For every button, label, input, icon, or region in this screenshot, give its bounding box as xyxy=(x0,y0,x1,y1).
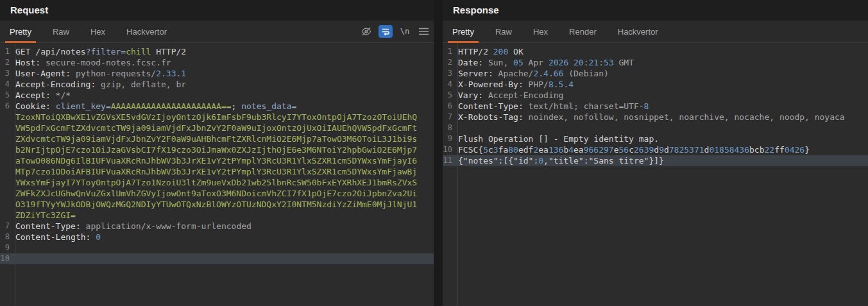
tab-pretty[interactable]: Pretty xyxy=(448,21,479,42)
line-number: 2 xyxy=(0,57,12,68)
editor-line: 8Content-Length: 0 xyxy=(0,232,434,242)
code-segment: Accept-Encoding: xyxy=(15,80,96,89)
line-number: 2 xyxy=(443,57,455,68)
editor-line: 11{"notes":[{"id":0,"title":"Sans titre"… xyxy=(443,155,868,166)
code-segment: O319fTYyYWJkODBjOWQzMGQ2NDIyYTUwOTQxNzBl… xyxy=(15,200,417,209)
line-content: X-Robots-Tag: noindex, nofollow, nosnipp… xyxy=(455,112,868,123)
code-segment: ZXdvcmtcTW9ja09iamVjdFxJbnZvY2F0aW9uAHBh… xyxy=(15,134,417,144)
code-segment: 20 xyxy=(574,58,584,67)
request-editor[interactable]: 1GET /api/notes?filter=chill HTTP/22Host… xyxy=(0,44,434,306)
line-content: GET /api/notes?filter=chill HTTP/2 xyxy=(12,46,434,57)
code-segment: GMT xyxy=(614,58,634,67)
code-segment: } xyxy=(804,145,810,155)
line-number: 1 xyxy=(0,46,12,57)
soft-wrap-toggle-button[interactable] xyxy=(379,25,393,38)
show-newlines-toggle[interactable]: \n xyxy=(398,25,411,38)
line-number: 4 xyxy=(0,79,12,90)
line-content: Accept: */* xyxy=(12,90,434,101)
code-segment: 200 xyxy=(493,47,508,56)
line-content xyxy=(455,123,868,133)
code-segment: 4 xyxy=(568,145,574,155)
editor-line: 5Accept: */* xyxy=(0,90,434,101)
code-segment: Sun, xyxy=(483,58,513,67)
code-segment: 7825371 xyxy=(669,145,704,155)
code-segment: ; xyxy=(232,101,242,111)
code-segment: edf xyxy=(518,145,533,155)
code-segment: Content-Type: xyxy=(458,101,523,111)
code-segment: 9 xyxy=(659,145,664,155)
read-only-visibility-off-icon[interactable] xyxy=(360,25,373,38)
tab-hex[interactable]: Hex xyxy=(529,21,552,42)
line-number xyxy=(0,199,12,210)
tab-raw[interactable]: Raw xyxy=(48,21,74,42)
code-segment: 1 xyxy=(181,69,186,78)
editor-line: 7Content-Type: application/x-www-form-ur… xyxy=(0,221,434,232)
code-segment: HTTP/2 xyxy=(458,47,493,56)
code-segment: text/html; charset=UTF- xyxy=(523,101,644,111)
code-segment: 8 xyxy=(549,80,554,89)
editor-line: 7X-Robots-Tag: noindex, nofollow, nosnip… xyxy=(443,112,868,123)
line-content: User-Agent: python-requests/2.33.1 xyxy=(12,68,434,79)
code-segment: bcb xyxy=(749,145,764,155)
line-number xyxy=(0,155,12,166)
code-segment: 05 xyxy=(513,58,523,67)
tab-render[interactable]: Render xyxy=(565,21,601,42)
tab-raw[interactable]: Raw xyxy=(491,21,516,42)
code-segment: 01858436 xyxy=(709,145,749,155)
line-number: 8 xyxy=(443,123,455,133)
request-panel-title: Request xyxy=(0,0,434,21)
line-number xyxy=(0,177,12,188)
code-segment: 80 xyxy=(508,145,518,155)
code-segment: YWxsYmFjayI7YToyOntpOjA7Tzo1NzoiU3ltZm9u… xyxy=(15,178,417,187)
code-segment: c xyxy=(488,145,493,155)
line-number xyxy=(0,166,12,177)
line-number: 6 xyxy=(0,101,12,112)
code-segment: X-Robots-Tag: xyxy=(458,112,523,122)
code-segment: python-requests/ xyxy=(71,69,156,78)
editor-line: 6Content-Type: text/html; charset=UTF-8 xyxy=(443,101,868,112)
code-segment: HTTP/2 xyxy=(151,47,186,56)
line-content: HTTP/2 200 OK xyxy=(455,46,868,57)
tab-pretty[interactable]: Pretty xyxy=(5,21,36,42)
code-segment: Date: xyxy=(458,58,483,67)
code-segment xyxy=(568,58,574,67)
code-segment: 2 xyxy=(156,69,161,78)
code-segment: Host: xyxy=(15,58,40,67)
burp-message-editor: Request PrettyRawHexHackvertor xyxy=(0,0,868,306)
editor-line: ZDZiYTc3ZGI= xyxy=(0,210,434,221)
response-panel: Response PrettyRawHexRenderHackvertor 1H… xyxy=(443,0,868,306)
line-content: VW5pdFxGcmFtZXdvcmtcTW9ja09iamVjdFxJbnZv… xyxy=(12,123,434,133)
line-content: ZDZiYTc3ZGI= xyxy=(12,210,434,221)
editor-line: MTp7czo1ODoiAFBIUFVuaXRcRnJhbWV3b3JrXE1v… xyxy=(0,166,434,177)
code-segment: ZDZiYTc3ZGI= xyxy=(15,210,76,220)
code-segment: VW5pdFxGcmFtZXdvcmtcTW9ja09iamVjdFxJbnZv… xyxy=(15,123,417,133)
code-segment: 5 xyxy=(483,145,488,155)
line-number: 6 xyxy=(443,101,455,112)
line-content xyxy=(12,242,434,253)
code-segment: ZWFkZXJcUGhwQnVuZGxlUmVhZGVyIjowOnt9aTox… xyxy=(15,189,417,198)
line-number xyxy=(0,210,12,221)
code-segment: . xyxy=(554,80,559,89)
tab-hex[interactable]: Hex xyxy=(86,21,110,42)
code-segment: 0 xyxy=(538,156,543,166)
code-segment: 33 xyxy=(166,69,176,78)
code-segment: client_key= xyxy=(56,101,111,111)
code-segment: ff xyxy=(774,145,785,155)
editor-menu-icon[interactable] xyxy=(417,25,430,38)
editor-line: 3Server: Apache/2.4.66 (Debian) xyxy=(443,68,868,79)
line-content: FCSC{5c3fa80edf2ea136b4ea966297e56c2639d… xyxy=(455,144,868,155)
tab-hackvertor[interactable]: Hackvertor xyxy=(613,21,663,42)
code-segment: Content-Type: xyxy=(15,221,81,231)
line-content: {"notes":[{"id":0,"title":"Sans titre"}]… xyxy=(455,155,868,166)
line-number: 9 xyxy=(0,242,12,253)
code-segment: User-Agent: xyxy=(15,69,71,78)
response-editor[interactable]: 1HTTP/2 200 OK2Date: Sun, 05 Apr 2026 20… xyxy=(443,44,868,306)
code-segment: 3 xyxy=(493,145,498,155)
code-segment: 2639 xyxy=(634,145,654,155)
code-segment: {"notes":[{"id": xyxy=(458,156,538,166)
editor-line: aTowO086NDg6IlBIUFVuaXRcRnJhbWV3b3JrXE1v… xyxy=(0,155,434,166)
response-tabs: PrettyRawHexRenderHackvertor xyxy=(448,21,675,42)
code-segment: MTp7czo1ODoiAFBIUFVuaXRcRnJhbWV3b3JrXE1v… xyxy=(15,167,417,176)
tab-hackvertor[interactable]: Hackvertor xyxy=(122,21,171,42)
line-content: Server: Apache/2.4.66 (Debian) xyxy=(455,68,868,79)
